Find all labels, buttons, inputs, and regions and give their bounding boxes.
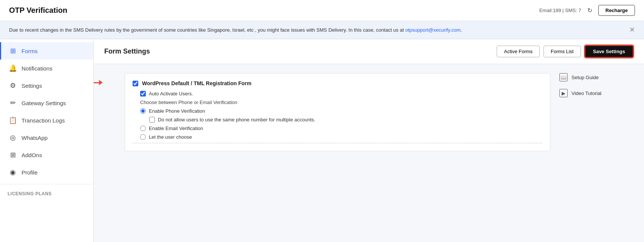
email-verification-radio[interactable]: [140, 126, 146, 131]
form-item-wrapper: WordPress Default / TML Registration For…: [104, 73, 550, 151]
profile-icon: ◉: [9, 168, 17, 176]
content-body: WordPress Default / TML Registration For…: [94, 64, 644, 166]
book-icon: 📖: [559, 73, 568, 81]
refresh-icon[interactable]: ↻: [587, 7, 592, 14]
phone-verification-option: Enable Phone Verification: [140, 108, 542, 114]
auto-activate-checkbox[interactable]: [140, 91, 146, 96]
header-actions: Active Forms Forms List Save Settings: [497, 45, 633, 58]
video-tutorial-label[interactable]: Video Tutorial: [571, 90, 601, 96]
form-title[interactable]: WordPress Default / TML Registration For…: [142, 80, 252, 86]
sidebar: ⊞ Forms 🔔 Notifications ⚙ Settings ✏ Gat…: [0, 39, 94, 242]
sidebar-item-notifications[interactable]: 🔔 Notifications: [0, 60, 93, 77]
sidebar-item-transaction-logs[interactable]: 📋 Transaction Logs: [0, 112, 93, 129]
auto-activate-option: Auto Activate Users.: [140, 91, 542, 96]
recharge-button[interactable]: Recharge: [598, 5, 635, 16]
forms-icon: ⊞: [9, 47, 17, 55]
email-verification-label[interactable]: Enable Email Verification: [149, 126, 203, 131]
sidebar-item-label: WhatsApp: [22, 135, 48, 141]
arrow-head: [99, 80, 103, 85]
sidebar-item-label: Transaction Logs: [22, 117, 65, 124]
choose-label: Choose between Phone or Email Verificati…: [140, 100, 542, 105]
form-settings-header: Form Settings Active Forms Forms List Sa…: [94, 39, 644, 64]
notifications-icon: 🔔: [9, 64, 17, 72]
sidebar-item-label: Settings: [22, 83, 42, 89]
sidebar-item-gateway-settings[interactable]: ✏ Gateway Settings: [0, 94, 93, 112]
main-content: Form Settings Active Forms Forms List Sa…: [94, 39, 644, 242]
sidebar-item-label: AddOns: [22, 152, 42, 158]
setup-guide-item[interactable]: 📖 Setup Guide: [559, 73, 633, 81]
sidebar-divider: [0, 184, 93, 184]
video-icon: ▶: [559, 89, 568, 97]
sidebar-item-label: Gateway Settings: [22, 100, 66, 106]
sidebar-item-profile[interactable]: ◉ Profile: [0, 164, 93, 181]
forms-list-button[interactable]: Forms List: [544, 46, 581, 57]
sidebar-item-forms[interactable]: ⊞ Forms: [0, 42, 93, 60]
sidebar-item-label: Forms: [22, 48, 38, 54]
form-checkbox[interactable]: [133, 81, 138, 86]
content-main: WordPress Default / TML Registration For…: [104, 73, 550, 157]
gateway-icon: ✏: [9, 99, 17, 107]
info-banner: Due to recent changes in the SMS Deliver…: [0, 21, 644, 39]
video-tutorial-item[interactable]: ▶ Video Tutorial: [559, 89, 633, 97]
no-same-phone-label[interactable]: Do not allow users to use the same phone…: [158, 117, 315, 123]
let-user-choose-label[interactable]: Let the user choose: [149, 134, 192, 140]
no-same-phone-checkbox[interactable]: [149, 117, 155, 123]
whatsapp-icon: ◎: [9, 133, 17, 142]
banner-text: Due to recent changes in the SMS Deliver…: [9, 26, 462, 34]
save-settings-button[interactable]: Save Settings: [585, 45, 633, 58]
guide-sidebar: 📖 Setup Guide ▶ Video Tutorial: [550, 73, 633, 157]
addons-icon: ⊞: [9, 151, 17, 159]
form-item-header: WordPress Default / TML Registration For…: [133, 80, 542, 86]
settings-icon: ⚙: [9, 81, 17, 90]
form-settings-title: Form Settings: [104, 47, 150, 55]
app-title: OTP Verification: [9, 6, 67, 15]
sidebar-item-addons[interactable]: ⊞ AddOns: [0, 146, 93, 164]
licensing-section-label: Licensing Plans: [0, 187, 93, 198]
header-right: Email:189 | SMS: 7 ↻ Recharge: [539, 5, 635, 16]
transaction-icon: 📋: [9, 116, 17, 124]
no-same-phone-option: Do not allow users to use the same phone…: [140, 117, 542, 123]
arrow-indicator: [94, 80, 103, 85]
main-layout: ⊞ Forms 🔔 Notifications ⚙ Settings ✏ Gat…: [0, 39, 644, 242]
sidebar-item-settings[interactable]: ⚙ Settings: [0, 77, 93, 94]
form-divider: [133, 143, 542, 143]
arrow-shaft: [94, 82, 99, 83]
sub-options: Auto Activate Users. Choose between Phon…: [133, 91, 542, 140]
sidebar-item-label: Profile: [22, 169, 38, 176]
sidebar-item-label: Notifications: [22, 65, 53, 72]
phone-verification-label[interactable]: Enable Phone Verification: [149, 108, 205, 114]
phone-verification-radio[interactable]: [140, 108, 146, 114]
auto-activate-label[interactable]: Auto Activate Users.: [149, 91, 193, 96]
active-forms-button[interactable]: Active Forms: [497, 46, 540, 57]
setup-guide-label[interactable]: Setup Guide: [571, 75, 599, 80]
form-item-card: WordPress Default / TML Registration For…: [125, 73, 550, 151]
banner-close-button[interactable]: ✕: [629, 25, 635, 35]
top-header: OTP Verification Email:189 | SMS: 7 ↻ Re…: [0, 0, 644, 21]
sidebar-item-whatsapp[interactable]: ◎ WhatsApp: [0, 129, 93, 146]
banner-email-link[interactable]: otpsupport@xecurify.com: [405, 27, 461, 33]
let-user-choose-radio[interactable]: [140, 134, 146, 140]
credits-display: Email:189 | SMS: 7: [539, 8, 581, 13]
email-verification-option: Enable Email Verification: [140, 126, 542, 131]
let-user-choose-option: Let the user choose: [140, 134, 542, 140]
